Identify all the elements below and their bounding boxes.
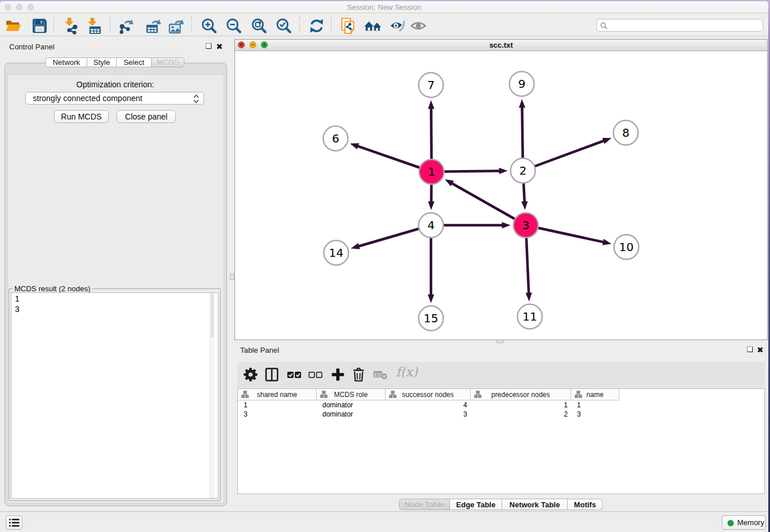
tab-edge-table[interactable]: Edge Table — [450, 499, 502, 510]
node-table[interactable]: shared nameMCDS rolesuccessor nodesprede… — [237, 388, 765, 494]
node-label-11: 11 — [522, 310, 537, 323]
table-cell[interactable]: 1 — [571, 400, 619, 410]
table-cell[interactable]: 3 — [238, 410, 317, 419]
column-header-MCDS-role[interactable]: MCDS role — [317, 389, 386, 400]
edge-arrowhead — [526, 292, 532, 301]
memory-label: Memory — [737, 518, 764, 527]
table-cell[interactable]: 3 — [571, 410, 619, 419]
toolbar-separator — [299, 16, 300, 32]
zoom-in-icon[interactable] — [200, 17, 218, 34]
column-header-name[interactable]: name — [571, 389, 619, 400]
vertical-splitter-handle[interactable] — [230, 273, 234, 280]
import-table-icon[interactable] — [85, 17, 103, 34]
table-cell[interactable]: dominator — [317, 400, 386, 410]
toolbar-separator — [53, 16, 54, 32]
edge-arrowhead — [350, 143, 359, 149]
network-graph[interactable]: 7968124314101511 — [235, 51, 767, 340]
edge-arrowhead — [428, 201, 434, 210]
tab-motifs[interactable]: Motifs — [568, 499, 603, 510]
network-window-titlebar[interactable]: scc.txt — [235, 40, 767, 51]
attribute-icon — [389, 391, 396, 398]
table-cell[interactable]: 4 — [386, 400, 471, 410]
node-label-14: 14 — [329, 246, 343, 260]
task-history-button[interactable] — [6, 515, 22, 530]
save-session-icon[interactable] — [30, 17, 49, 34]
float-panel-icon[interactable] — [747, 346, 753, 352]
table-cell[interactable]: 1 — [471, 400, 571, 410]
node-label-7: 7 — [428, 78, 435, 92]
network-canvas[interactable]: 7968124314101511 — [235, 51, 767, 340]
zoom-out-icon[interactable] — [225, 17, 243, 34]
export-image-icon[interactable] — [167, 17, 186, 34]
zoom-fit-icon[interactable] — [250, 17, 268, 34]
column-header-predecessor-nodes[interactable]: predecessor nodes — [471, 389, 571, 400]
columns-icon[interactable] — [264, 367, 280, 383]
column-header-successor-nodes[interactable]: successor nodes — [386, 389, 471, 400]
mcds-result-group: MCDS result (2 nodes) 13 — [9, 288, 221, 501]
edge-arrowhead — [502, 222, 511, 228]
tab-mcds[interactable]: MCDS — [152, 57, 184, 67]
status-bar: Memory — [0, 511, 768, 531]
delete-icon[interactable] — [351, 367, 367, 383]
table-cell[interactable]: 1 — [238, 400, 317, 410]
node-label-1: 1 — [428, 165, 436, 179]
tab-node-table[interactable]: Node Table — [399, 499, 450, 510]
attribute-icon — [474, 391, 482, 398]
table-panel-title: Table Panel — [240, 346, 279, 354]
result-scrollbar-thumb[interactable] — [211, 294, 214, 337]
delete-table-icon[interactable] — [372, 367, 388, 383]
run-mcds-button[interactable]: Run MCDS — [54, 110, 109, 123]
node-label-4: 4 — [428, 218, 435, 232]
export-table-icon[interactable] — [144, 17, 163, 34]
select-all-icon[interactable] — [286, 367, 302, 383]
node-label-15: 15 — [424, 311, 438, 325]
add-icon[interactable] — [330, 367, 346, 383]
table-toolbar: f(x) — [237, 362, 765, 388]
zoom-selected-icon[interactable] — [275, 17, 293, 34]
tab-style[interactable]: Style — [87, 57, 117, 67]
deselect-all-icon[interactable] — [307, 367, 324, 383]
node-label-6: 6 — [332, 132, 340, 145]
table-header-row: shared nameMCDS rolesuccessor nodesprede… — [238, 389, 619, 400]
close-panel-icon[interactable]: ✖ — [216, 43, 223, 50]
criterion-value: strongly connected component — [33, 94, 143, 103]
window-titlebar: Session: New Session — [0, 1, 768, 13]
result-scrollbar[interactable] — [210, 293, 214, 498]
table-row[interactable]: 1dominator411 — [238, 400, 619, 410]
open-session-icon[interactable] — [4, 17, 22, 34]
gear-icon[interactable] — [242, 367, 259, 383]
hide-graphics-icon[interactable] — [388, 17, 407, 34]
tab-network-table[interactable]: Network Table — [502, 499, 568, 510]
result-item[interactable]: 3 — [15, 304, 20, 314]
toolbar-separator — [331, 16, 332, 32]
memory-status-icon — [727, 520, 734, 526]
search-icon — [600, 22, 608, 30]
refresh-icon[interactable] — [307, 17, 326, 34]
close-panel-icon[interactable]: ✖ — [757, 346, 764, 353]
search-input[interactable] — [596, 19, 763, 32]
eye-icon[interactable] — [409, 17, 428, 34]
table-panel-tabs: Node TableEdge TableNetwork TableMotifs — [399, 499, 603, 510]
home-icons[interactable] — [363, 17, 384, 34]
memory-button[interactable]: Memory — [722, 515, 766, 530]
window-title: Session: New Session — [0, 3, 768, 11]
tab-select[interactable]: Select — [117, 57, 152, 67]
criterion-select[interactable]: strongly connected component — [25, 92, 204, 105]
mcds-result-list[interactable]: 13 — [11, 292, 218, 499]
control-panel: Control Panel ✖ NetworkStyleSelectMCDS O… — [0, 35, 230, 511]
column-header-shared-name[interactable]: shared name — [238, 389, 317, 400]
tab-network[interactable]: Network — [45, 57, 87, 67]
result-item[interactable]: 1 — [15, 294, 20, 304]
export-network-icon[interactable] — [117, 17, 135, 34]
table-cell[interactable]: 2 — [471, 410, 571, 419]
function-builder-icon[interactable]: f(x) — [396, 365, 418, 379]
import-network-icon[interactable] — [62, 17, 80, 34]
table-row[interactable]: 3dominator323 — [238, 410, 619, 419]
network-document-icon[interactable] — [340, 17, 358, 34]
table-cell[interactable]: dominator — [317, 410, 386, 419]
table-cell[interactable]: 3 — [386, 410, 471, 419]
close-panel-button[interactable]: Close panel — [117, 110, 176, 123]
control-panel-title: Control Panel — [9, 43, 55, 51]
float-panel-icon[interactable] — [206, 43, 211, 49]
optimization-criterion-label: Optimization criterion: — [0, 80, 230, 89]
